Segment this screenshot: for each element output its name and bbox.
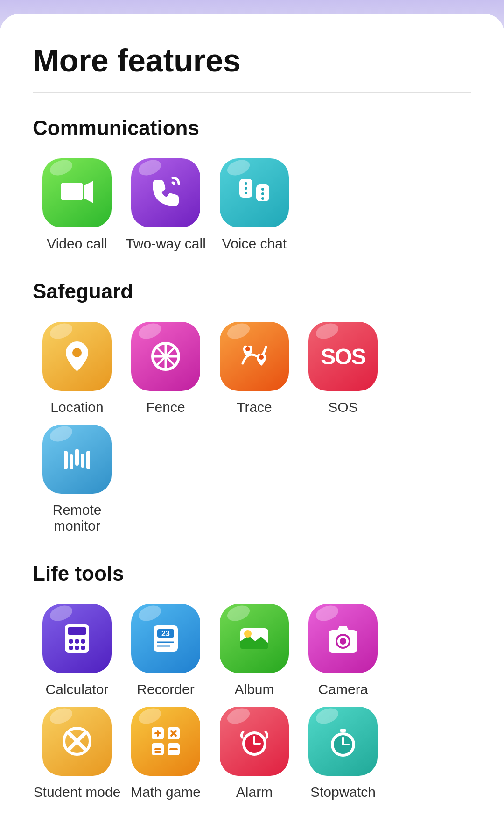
remote-monitor-item[interactable]: Remote monitor [33,425,121,534]
camera-icon [324,620,362,657]
calculator-icon [58,620,96,657]
communications-grid: Video call Two-way call [33,158,471,252]
two-way-call-label: Two-way call [126,236,206,252]
voice-chat-label: Voice chat [222,236,287,252]
alarm-item[interactable]: Alarm [210,707,299,800]
svg-point-10 [72,348,82,357]
svg-rect-21 [81,454,84,468]
fence-label: Fence [146,399,185,415]
two-way-call-icon [147,174,184,212]
life-tools-grid: Calculator 23 Recorder [33,604,471,800]
calculator-icon-bg [42,604,112,673]
voice-chat-icon-bg [220,158,289,227]
fence-icon-bg [131,322,200,391]
student-mode-item[interactable]: Student mode [33,707,121,800]
svg-point-37 [244,630,252,638]
svg-point-29 [75,646,79,650]
math-game-icon-bg [131,707,200,776]
svg-rect-18 [64,451,68,469]
student-mode-icon-bg [42,707,112,776]
video-call-label: Video call [47,236,107,252]
svg-point-25 [69,639,73,644]
safeguard-section: Safeguard Location [33,280,471,534]
alarm-icon [236,723,273,760]
svg-point-39 [340,638,346,645]
stopwatch-icon-bg [308,707,378,776]
trace-icon [236,338,273,375]
album-icon-bg [220,604,289,673]
recorder-icon: 23 [147,620,184,657]
video-call-item[interactable]: Video call [33,158,121,252]
page-container: More features Communications Video call [0,14,504,830]
student-mode-icon [58,723,96,760]
location-icon-bg [42,322,112,391]
sos-label: SOS [328,399,357,415]
page-title: More features [33,42,471,78]
location-item[interactable]: Location [33,322,121,415]
svg-point-5 [245,192,247,194]
fence-item[interactable]: Fence [121,322,210,415]
life-tools-section: Life tools Calculator [33,562,471,800]
sos-item[interactable]: SOS SOS [299,322,387,415]
sos-text-label: SOS [321,344,365,369]
svg-point-30 [81,646,85,650]
student-mode-label: Student mode [34,784,121,800]
svg-marker-1 [84,181,93,203]
svg-rect-24 [68,627,86,635]
album-item[interactable]: Album [210,604,299,697]
svg-point-28 [69,646,73,650]
camera-icon-bg [308,604,378,673]
math-game-item[interactable]: Math game [121,707,210,800]
svg-rect-20 [75,449,79,466]
remote-monitor-label: Remote monitor [33,502,121,534]
communications-title: Communications [33,116,471,140]
safeguard-title: Safeguard [33,280,471,303]
video-call-icon [58,174,96,212]
svg-rect-22 [86,451,90,469]
trace-label: Trace [237,399,272,415]
svg-text:23: 23 [161,630,170,638]
video-call-icon-bg [42,158,112,227]
remote-monitor-icon-bg [42,425,112,494]
safeguard-grid: Location Fence [33,322,471,534]
stopwatch-item[interactable]: Stopwatch [299,707,387,800]
fence-icon [147,338,184,375]
two-way-call-item[interactable]: Two-way call [121,158,210,252]
svg-point-17 [259,355,264,360]
svg-rect-0 [61,183,83,200]
stopwatch-label: Stopwatch [310,784,376,800]
voice-chat-item[interactable]: Voice chat [210,158,299,252]
calculator-label: Calculator [45,681,108,697]
calculator-item[interactable]: Calculator [33,604,121,697]
svg-point-3 [245,182,247,185]
recorder-label: Recorder [137,681,194,697]
svg-point-9 [261,197,264,200]
stopwatch-icon [324,723,362,760]
svg-point-8 [261,192,264,195]
recorder-icon-bg: 23 [131,604,200,673]
math-game-label: Math game [131,784,201,800]
svg-point-16 [245,347,250,351]
location-label: Location [50,399,103,415]
svg-point-26 [75,639,79,644]
voice-chat-icon [236,174,273,212]
life-tools-title: Life tools [33,562,471,585]
svg-rect-62 [340,729,346,732]
communications-section: Communications Video call [33,116,471,252]
svg-rect-19 [70,454,73,469]
trace-item[interactable]: Trace [210,322,299,415]
camera-label: Camera [318,681,368,697]
svg-point-27 [81,639,85,644]
recorder-item[interactable]: 23 Recorder [121,604,210,697]
camera-item[interactable]: Camera [299,604,387,697]
sos-icon-bg: SOS [308,322,378,391]
album-label: Album [234,681,274,697]
alarm-label: Alarm [236,784,273,800]
math-game-icon [147,723,184,760]
svg-point-7 [261,188,264,191]
trace-icon-bg [220,322,289,391]
album-icon [236,620,273,657]
location-icon [58,338,96,375]
alarm-icon-bg [220,707,289,776]
svg-point-4 [245,187,247,190]
